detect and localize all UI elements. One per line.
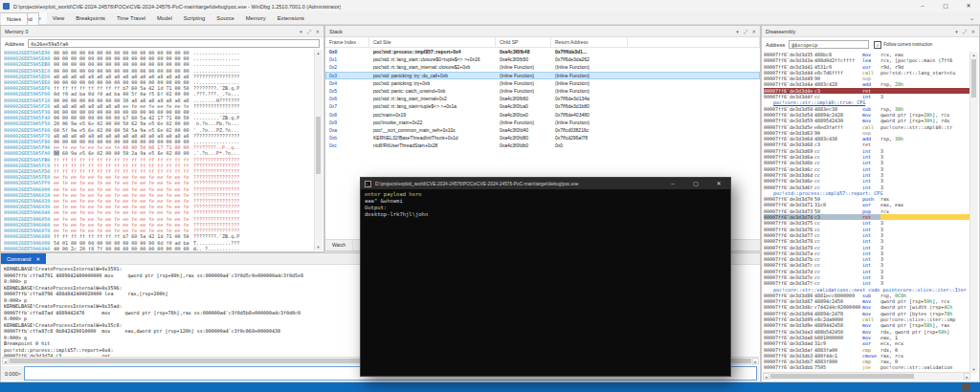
- close-icon[interactable]: ✕: [316, 27, 320, 36]
- stack-frame-row[interactable]: 0x7poc!std::rt::lang_start<tuple$<> >+0x…: [325, 102, 760, 110]
- window-title: D:\projects\exploit_world\CVE-2024-24576…: [13, 4, 341, 10]
- command-prompt-label: 0:000>: [5, 371, 21, 377]
- scroll-down-icon[interactable]: ▼: [315, 244, 322, 250]
- stack-panel-header: Stack ▾ ⤢ ✕: [325, 26, 760, 37]
- stack-panel-title: Stack: [329, 29, 343, 34]
- scroll-up-icon[interactable]: ▲: [315, 50, 322, 56]
- memory-hex-dump: 0000026EE59A5E9000 00 00 00 00 00 00 00 …: [4, 50, 314, 250]
- disassembly-panel-title: Disassembly: [766, 29, 795, 34]
- ribbon-tab-view[interactable]: View: [47, 12, 70, 24]
- disassembly-address-label: Address: [766, 42, 785, 48]
- windbg-app-icon: [3, 3, 10, 10]
- scroll-right-icon[interactable]: ►: [964, 373, 970, 380]
- stack-frame-row[interactable]: 0x6poc!std::rt::lang_start_internal+0x20…: [325, 95, 760, 102]
- console-minimize-button[interactable]: –: [661, 178, 684, 189]
- frame-index-link[interactable]: 0x0: [325, 49, 369, 54]
- frame-index-link[interactable]: 0xa: [325, 127, 369, 133]
- stack-frame-row[interactable]: 0xbKERNEL32!BaseThreadInitThunk+0x1d0xa4…: [325, 134, 760, 142]
- window-maximize-button[interactable]: ▢: [934, 0, 957, 12]
- ribbon-tab-scripting[interactable]: Scripting: [178, 12, 212, 24]
- window-close-button[interactable]: ✕: [957, 0, 980, 12]
- frame-index-link[interactable]: 0xc: [325, 142, 369, 148]
- checkbox-check-icon: ✓: [874, 41, 881, 49]
- stack-column-headers: Frame Index Call Site Child SP Return Ad…: [325, 37, 760, 48]
- column-call-site[interactable]: Call Site: [369, 37, 496, 47]
- ribbon-tab-source[interactable]: Source: [211, 12, 239, 24]
- disassembly-address-input[interactable]: [789, 40, 869, 49]
- frame-index-link[interactable]: 0x8: [325, 112, 369, 118]
- command-tab-label: Command: [7, 256, 31, 262]
- stack-frame-row[interactable]: 0x2poc!std::rt::lang_start_internal::clo…: [325, 63, 760, 71]
- console-titlebar[interactable]: ›_ D:\projects\exploit_world\CVE-2024-24…: [361, 178, 730, 189]
- stack-frame-row[interactable]: 0x8poc!main+0x190xa4c3f0fce00x7ff6de4034…: [325, 111, 760, 119]
- close-icon[interactable]: ✕: [35, 256, 40, 262]
- ribbon-tab-extensions[interactable]: Extensions: [272, 12, 310, 24]
- console-close-button[interactable]: ✕: [707, 178, 730, 189]
- disassembly-hscrollbar[interactable]: ◄ ►: [763, 372, 970, 381]
- stack-frames-list: 0x0poc!std::process::impl$57::report+0x4…: [325, 48, 760, 149]
- stack-frame-row[interactable]: 0x5poc!std::panic::catch_unwind+0xb(Inli…: [325, 87, 760, 95]
- resize-grip[interactable]: [962, 383, 970, 391]
- stack-frame-row[interactable]: 0x9poc!invoke_main+0x22(Inline Function)…: [325, 119, 760, 126]
- ribbon-tab-memory[interactable]: Memory: [240, 12, 272, 24]
- close-icon[interactable]: ✕: [752, 27, 756, 36]
- dropdown-icon[interactable]: ▾: [955, 27, 958, 36]
- undock-icon[interactable]: ⤢: [744, 27, 747, 36]
- dropdown-icon[interactable]: ▾: [736, 27, 739, 36]
- memory-panel-header: Memory 0 ▾ ⤢ ✕: [1, 26, 323, 37]
- tab-watch[interactable]: Watch: [325, 240, 353, 250]
- memory-scrollbar[interactable]: ▲ ▼: [314, 50, 323, 250]
- disassembly-listing: 00007ff6`de3d3d35488bc8movrcx, eax00007f…: [764, 52, 970, 373]
- windbg-window: D:\projects\exploit_world\CVE-2024-24576…: [0, 0, 980, 392]
- scroll-up-icon[interactable]: ▲: [970, 52, 977, 58]
- scroll-left-icon[interactable]: ◄: [763, 373, 769, 380]
- frame-index-link[interactable]: 0xb: [325, 135, 369, 141]
- stack-frame-row[interactable]: 0x3poc!std::panicking::try::do_call+0xb(…: [325, 72, 760, 79]
- dropdown-icon[interactable]: ▾: [300, 27, 302, 36]
- column-child-sp[interactable]: Child SP: [496, 37, 551, 47]
- ribbon-tab-time-travel[interactable]: Time Travel: [111, 12, 151, 24]
- frame-index-link[interactable]: 0x5: [325, 88, 369, 94]
- column-frame-index[interactable]: Frame Index: [325, 37, 369, 47]
- window-minimize-button[interactable]: –: [911, 0, 934, 12]
- column-return-address[interactable]: Return Address: [551, 37, 628, 47]
- ribbon-tabs: FileHomeViewBreakpointsTime TravelModelS…: [0, 12, 980, 25]
- frame-index-link[interactable]: 0x9: [325, 120, 369, 125]
- stack-frame-row[interactable]: 0x1poc!std::rt::lang_start::closure$0<tu…: [325, 55, 760, 63]
- close-icon[interactable]: ✕: [971, 27, 975, 36]
- follow-instruction-checkbox[interactable]: ✓ Follow current instruction: [874, 41, 932, 49]
- status-bar: [0, 382, 980, 392]
- frame-index-link[interactable]: 0x1: [325, 56, 369, 62]
- memory-panel-title: Memory 0: [5, 29, 28, 34]
- scroll-right-icon[interactable]: ►: [752, 358, 759, 364]
- frame-index-link[interactable]: 0x4: [325, 80, 369, 86]
- disassembly-scrollbar[interactable]: ▲ ▼: [969, 52, 978, 373]
- console-title: D:\projects\exploit_world\CVE-2024-24576…: [375, 182, 579, 186]
- scroll-left-icon[interactable]: ◄: [2, 358, 9, 364]
- memory-row[interactable]: 0000026EE59A60A040 00 2c 20 f8 7f 00 00 …: [4, 246, 314, 250]
- disassembly-panel: Disassembly ▾ ⤢ ✕ Address ✓ Follow curre…: [761, 25, 980, 382]
- frame-index-link[interactable]: 0x7: [325, 103, 369, 109]
- ribbon-collapse-icon[interactable]: ⌄: [964, 12, 980, 24]
- ribbon-tab-notes[interactable]: Notes: [0, 12, 28, 26]
- stack-frame-row[interactable]: 0x0poc!std::process::impl$57::report+0x4…: [325, 48, 760, 55]
- frame-index-link[interactable]: 0x3: [325, 73, 369, 78]
- stack-frame-row[interactable]: 0xcntdll!RtlUserThreadStart+0x280xa4c3f0…: [325, 142, 760, 149]
- undock-icon[interactable]: ⤢: [307, 27, 311, 36]
- scroll-down-icon[interactable]: ▼: [970, 366, 977, 373]
- memory-address-input[interactable]: [28, 39, 320, 48]
- tab-command-active[interactable]: Command ✕: [1, 253, 46, 264]
- memory-panel: Memory 0 ▾ ⤢ ✕ Address 0000026EE59A5E900…: [0, 25, 324, 252]
- console-maximize-button[interactable]: ▢: [684, 178, 707, 189]
- undock-icon[interactable]: ⤢: [963, 27, 967, 36]
- frame-index-link[interactable]: 0x6: [325, 96, 369, 101]
- stack-frame-row[interactable]: 0x4poc!std::panicking::try+0xb(Inline Fu…: [325, 79, 760, 87]
- ribbon-tab-model[interactable]: Model: [151, 12, 178, 24]
- frame-index-link[interactable]: 0x2: [325, 64, 369, 70]
- stack-frame-row[interactable]: 0xapoc!__scrt_common_main_seh+0x10c0xa4c…: [325, 126, 760, 134]
- ribbon-tab-breakpoints[interactable]: Breakpoints: [70, 12, 111, 24]
- console-window[interactable]: ›_ D:\projects\exploit_world\CVE-2024-24…: [360, 177, 731, 377]
- cmd-icon: ›_: [365, 181, 371, 187]
- memory-address-label: Address: [5, 41, 24, 47]
- selected-byte[interactable]: 90: [54, 150, 59, 156]
